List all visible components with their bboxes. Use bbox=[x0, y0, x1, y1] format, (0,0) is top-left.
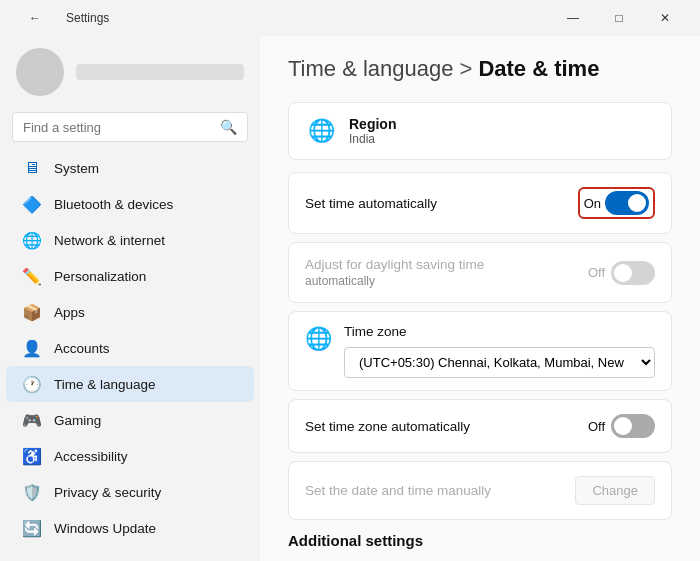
sidebar-item-label-network: Network & internet bbox=[54, 233, 165, 248]
adjust-daylight-card: Adjust for daylight saving time automati… bbox=[288, 242, 672, 303]
sidebar-item-gaming[interactable]: 🎮 Gaming bbox=[6, 402, 254, 438]
set-timezone-auto-label: Set time zone automatically bbox=[305, 419, 470, 434]
breadcrumb-parent: Time & language bbox=[288, 56, 454, 82]
sidebar-item-label-privacy: Privacy & security bbox=[54, 485, 161, 500]
sidebar-item-network[interactable]: 🌐 Network & internet bbox=[6, 222, 254, 258]
adjust-daylight-toggle-label: Off bbox=[588, 265, 605, 280]
sidebar-item-personalization[interactable]: ✏️ Personalization bbox=[6, 258, 254, 294]
close-button[interactable]: ✕ bbox=[642, 0, 688, 36]
apps-icon: 📦 bbox=[22, 302, 42, 322]
search-input[interactable] bbox=[23, 120, 212, 135]
set-timezone-auto-toggle-label: Off bbox=[588, 419, 605, 434]
sidebar: 🔍 🖥 System 🔷 Bluetooth & devices 🌐 Netwo… bbox=[0, 36, 260, 561]
sidebar-item-label-personalization: Personalization bbox=[54, 269, 146, 284]
additional-settings-title: Additional settings bbox=[288, 532, 672, 549]
titlebar: ← Settings — □ ✕ bbox=[0, 0, 700, 36]
set-timezone-auto-toggle-thumb bbox=[614, 417, 632, 435]
sidebar-item-label-accessibility: Accessibility bbox=[54, 449, 128, 464]
sidebar-item-accessibility[interactable]: ♿ Accessibility bbox=[6, 438, 254, 474]
adjust-daylight-toggle-wrapper[interactable]: Off bbox=[588, 261, 655, 285]
sidebar-item-label-windows-update: Windows Update bbox=[54, 521, 156, 536]
bluetooth-icon: 🔷 bbox=[22, 194, 42, 214]
sidebar-item-label-accounts: Accounts bbox=[54, 341, 110, 356]
windows-update-icon: 🔄 bbox=[22, 518, 42, 538]
network-icon: 🌐 bbox=[22, 230, 42, 250]
titlebar-controls: — □ ✕ bbox=[550, 0, 688, 36]
main-layout: 🔍 🖥 System 🔷 Bluetooth & devices 🌐 Netwo… bbox=[0, 36, 700, 561]
sidebar-item-label-system: System bbox=[54, 161, 99, 176]
timezone-label: Time zone bbox=[344, 324, 655, 339]
region-card[interactable]: 🌐 Region India bbox=[288, 102, 672, 160]
sidebar-item-privacy[interactable]: 🛡️ Privacy & security bbox=[6, 474, 254, 510]
set-time-auto-toggle-wrapper[interactable]: On bbox=[578, 187, 655, 219]
set-manually-card: Set the date and time manually Change bbox=[288, 461, 672, 520]
set-timezone-auto-toggle[interactable] bbox=[611, 414, 655, 438]
avatar bbox=[16, 48, 64, 96]
manual-row: Set the date and time manually Change bbox=[289, 462, 671, 519]
privacy-icon: 🛡️ bbox=[22, 482, 42, 502]
region-sublabel: India bbox=[349, 132, 396, 146]
timezone-select[interactable]: (UTC+05:30) Chennai, Kolkata, Mumbai, Ne… bbox=[344, 347, 655, 378]
manual-label: Set the date and time manually bbox=[305, 483, 491, 498]
sidebar-item-label-apps: Apps bbox=[54, 305, 85, 320]
user-section bbox=[0, 36, 260, 108]
adjust-daylight-sublabel: automatically bbox=[305, 274, 484, 288]
adjust-daylight-toggle[interactable] bbox=[611, 261, 655, 285]
back-button[interactable]: ← bbox=[12, 0, 58, 36]
set-time-auto-card: Set time automatically On bbox=[288, 172, 672, 234]
region-text: Region India bbox=[349, 116, 396, 146]
breadcrumb: Time & language > Date & time bbox=[288, 56, 672, 82]
search-icon: 🔍 bbox=[220, 119, 237, 135]
sidebar-item-apps[interactable]: 📦 Apps bbox=[6, 294, 254, 330]
set-time-auto-toggle-label: On bbox=[584, 196, 601, 211]
minimize-button[interactable]: — bbox=[550, 0, 596, 36]
sidebar-item-windows-update[interactable]: 🔄 Windows Update bbox=[6, 510, 254, 546]
titlebar-left: ← Settings bbox=[12, 0, 109, 36]
content-area: Time & language > Date & time 🌐 Region I… bbox=[260, 36, 700, 561]
set-time-auto-toggle[interactable] bbox=[605, 191, 649, 215]
toggle-thumb bbox=[628, 194, 646, 212]
sidebar-item-system[interactable]: 🖥 System bbox=[6, 150, 254, 186]
time-language-icon: 🕐 bbox=[22, 374, 42, 394]
region-label: Region bbox=[349, 116, 396, 132]
user-name bbox=[76, 64, 244, 80]
search-box[interactable]: 🔍 bbox=[12, 112, 248, 142]
set-timezone-auto-row: Set time zone automatically Off bbox=[289, 400, 671, 452]
timezone-card: 🌐 Time zone (UTC+05:30) Chennai, Kolkata… bbox=[288, 311, 672, 391]
set-time-auto-label: Set time automatically bbox=[305, 196, 437, 211]
personalization-icon: ✏️ bbox=[22, 266, 42, 286]
sidebar-item-accounts[interactable]: 👤 Accounts bbox=[6, 330, 254, 366]
timezone-content: Time zone (UTC+05:30) Chennai, Kolkata, … bbox=[344, 324, 655, 378]
sidebar-item-label-gaming: Gaming bbox=[54, 413, 101, 428]
accounts-icon: 👤 bbox=[22, 338, 42, 358]
adjust-daylight-label: Adjust for daylight saving time bbox=[305, 257, 484, 272]
breadcrumb-separator: > bbox=[460, 56, 473, 82]
adjust-daylight-toggle-thumb bbox=[614, 264, 632, 282]
change-button[interactable]: Change bbox=[575, 476, 655, 505]
set-time-auto-row: Set time automatically On bbox=[289, 173, 671, 233]
timezone-globe-icon: 🌐 bbox=[305, 326, 332, 352]
accessibility-icon: ♿ bbox=[22, 446, 42, 466]
sidebar-item-label-time-language: Time & language bbox=[54, 377, 156, 392]
sidebar-item-time-language[interactable]: 🕐 Time & language bbox=[6, 366, 254, 402]
sidebar-item-label-bluetooth: Bluetooth & devices bbox=[54, 197, 173, 212]
gaming-icon: 🎮 bbox=[22, 410, 42, 430]
system-icon: 🖥 bbox=[22, 158, 42, 178]
adjust-daylight-row: Adjust for daylight saving time automati… bbox=[289, 243, 671, 302]
set-timezone-auto-toggle-wrapper[interactable]: Off bbox=[588, 414, 655, 438]
region-globe-icon: 🌐 bbox=[305, 115, 337, 147]
maximize-button[interactable]: □ bbox=[596, 0, 642, 36]
set-timezone-auto-card: Set time zone automatically Off bbox=[288, 399, 672, 453]
sidebar-item-bluetooth[interactable]: 🔷 Bluetooth & devices bbox=[6, 186, 254, 222]
adjust-daylight-text: Adjust for daylight saving time automati… bbox=[305, 257, 484, 288]
titlebar-title: Settings bbox=[66, 11, 109, 25]
breadcrumb-current: Date & time bbox=[478, 56, 599, 82]
timezone-inner: 🌐 Time zone (UTC+05:30) Chennai, Kolkata… bbox=[305, 324, 655, 378]
